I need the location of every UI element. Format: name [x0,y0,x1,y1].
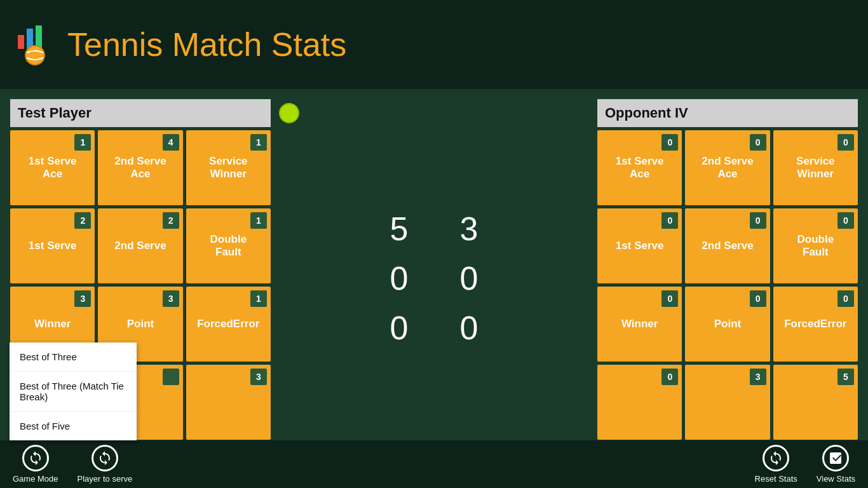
dropdown-item-best-of-three-tiebreak[interactable]: Best of Three (Match Tie Break) [10,372,137,412]
tile-forced-error-p1[interactable]: 1 ForcedError [186,287,271,362]
tile-label: 1st ServeAce [24,155,82,181]
score-p1-set3: 0 [383,309,415,347]
tile-2nd-serve-p1[interactable]: 2 2nd Serve [98,208,182,283]
tile-count: 0 [661,134,678,151]
player2-tiles: 0 1st ServeAce 0 2nd ServeAce 0 ServiceW… [597,130,858,440]
tile-2nd-serve-p2[interactable]: 0 2nd Serve [685,208,770,283]
score-row-1: 5 3 [383,210,485,248]
tile-count: 0 [837,212,854,229]
tile-label: 2nd ServeAce [696,155,758,181]
svg-point-3 [25,46,44,65]
tile-count [163,369,179,385]
tile-count: 0 [750,212,766,229]
tile-double-fault-p1[interactable]: 1 DoubleFault [186,208,271,283]
tile-label: 2nd ServeAce [109,155,171,181]
tile-extra2-p2[interactable]: 3 [685,365,770,440]
score-p2-set2: 0 [453,259,485,297]
tile-count: 1 [74,134,91,151]
tile-count: 0 [750,134,766,151]
game-mode-icon [22,445,49,471]
tile-count: 5 [837,369,854,385]
app-header: Tennis Match Stats [0,0,868,89]
tile-label: Point [122,318,159,330]
tile-label: ServiceWinner [204,155,253,181]
reset-stats-label: Reset Stats [755,474,797,484]
logo-area: Tennis Match Stats [13,22,346,67]
tile-extra3-p2[interactable]: 5 [773,365,858,440]
tile-1st-serve-ace-p2[interactable]: 0 1st ServeAce [597,130,682,205]
player2-name: Opponent IV [605,105,688,121]
player-serve-label: Player to serve [78,474,133,484]
game-mode-label: Game Mode [13,474,58,484]
footer: Game Mode Player to serve Reset Stats [0,440,868,488]
tile-1st-serve-p1[interactable]: 2 1st Serve [10,208,95,283]
tile-count: 1 [250,134,267,151]
tile-label: 1st Serve [24,240,82,252]
reset-stats-icon [763,445,789,471]
tile-label: Point [709,318,747,330]
tile-service-winner-p2[interactable]: 0 ServiceWinner [773,130,858,205]
tile-label: 1st Serve [611,240,669,252]
tile-count: 0 [837,134,854,151]
center-score-panel: 5 3 0 0 0 0 [277,99,591,440]
player2-panel: Opponent IV 0 1st ServeAce 0 2nd ServeAc… [597,99,858,440]
game-mode-dropdown: Best of Three Best of Three (Match Tie B… [10,342,137,440]
tile-count: 2 [163,212,179,229]
score-p2-set1: 3 [453,210,485,248]
tile-count: 1 [250,290,267,307]
app-logo [13,22,57,67]
tile-count: 0 [837,290,854,307]
serve-ball [279,103,299,123]
tile-label: 1st ServeAce [611,155,669,181]
score-row-3: 0 0 [383,309,485,347]
tile-count: 0 [661,290,678,307]
reset-stats-button[interactable]: Reset Stats [755,445,797,484]
dropdown-item-best-of-five[interactable]: Best of Five [10,412,137,440]
tile-2nd-serve-ace-p2[interactable]: 0 2nd ServeAce [685,130,770,205]
view-stats-icon [822,445,849,471]
tile-2nd-serve-ace-p1[interactable]: 4 2nd ServeAce [98,130,182,205]
app-title: Tennis Match Stats [67,25,346,64]
tile-label: ForcedError [779,318,851,330]
game-mode-button[interactable]: Game Mode [13,445,58,484]
svg-rect-0 [18,35,24,49]
player-serve-button[interactable]: Player to serve [78,445,133,484]
tile-double-fault-p2[interactable]: 0 DoubleFault [773,208,858,283]
tile-label: ServiceWinner [791,155,840,181]
tile-forced-error-p2[interactable]: 0 ForcedError [773,287,858,362]
tile-1st-serve-p2[interactable]: 0 1st Serve [597,208,682,283]
view-stats-label: View Stats [817,474,855,484]
tile-count: 3 [74,290,91,307]
score-row-2: 0 0 [383,259,485,297]
tile-label: DoubleFault [792,233,839,259]
tile-count: 1 [250,212,267,229]
tile-extra1-p2[interactable]: 0 [597,365,682,440]
tile-count: 3 [250,369,267,385]
tile-count: 3 [163,290,179,307]
tile-service-winner-p1[interactable]: 1 ServiceWinner [186,130,271,205]
tile-count: 2 [74,212,91,229]
tile-1st-serve-ace-p1[interactable]: 1 1st ServeAce [10,130,95,205]
tile-winner-p2[interactable]: 0 Winner [597,287,682,362]
score-p1-set2: 0 [383,259,415,297]
tile-label: DoubleFault [205,233,252,259]
score-p2-set3: 0 [453,309,485,347]
tile-label: Winner [29,318,76,330]
player1-header: Test Player [10,99,271,127]
player1-name: Test Player [18,105,92,121]
tile-label: Winner [616,318,663,330]
tile-count: 0 [750,290,766,307]
tile-label: 2nd Serve [696,240,758,252]
tile-count: 0 [661,212,678,229]
tile-point-p2[interactable]: 0 Point [685,287,770,362]
player-serve-icon [92,445,118,471]
footer-right-buttons: Reset Stats View Stats [755,445,855,484]
tile-extra3-p1[interactable]: 3 [186,365,271,440]
tile-label: 2nd Serve [109,240,171,252]
dropdown-item-best-of-three[interactable]: Best of Three [10,342,137,372]
view-stats-button[interactable]: View Stats [817,445,855,484]
tile-count: 0 [661,369,678,385]
tile-label: ForcedError [192,318,264,330]
tile-count: 3 [750,369,766,385]
player2-header: Opponent IV [597,99,858,127]
